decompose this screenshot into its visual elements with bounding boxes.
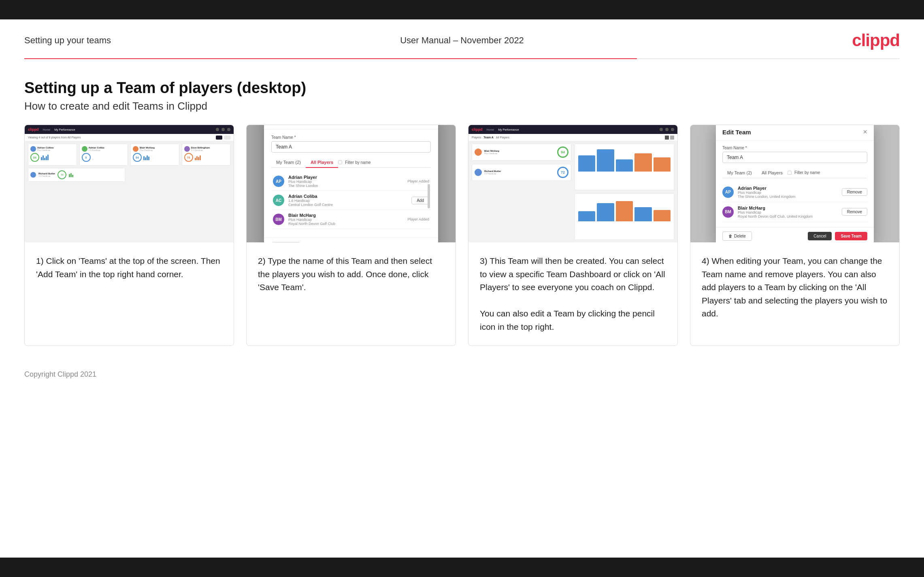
tab-my-team[interactable]: My Team (2) <box>271 157 306 168</box>
edit-footer-right: Cancel Save Team <box>808 232 867 240</box>
player-score-4: 78 <box>184 153 193 162</box>
edit-player-name-2: Blair McHarg <box>738 206 842 210</box>
modal-footer: Cancel Save Team <box>264 238 438 242</box>
edit-player-info-1: Adrian Player Plus HandicapThe Shine Lon… <box>738 186 842 199</box>
edit-team-name-label: Team Name * <box>722 146 867 150</box>
filter-checkbox[interactable] <box>338 160 342 164</box>
player-card-3: Blair McHarg Plus Handicap 94 <box>130 144 179 165</box>
header-left-text: Setting up your teams <box>24 35 111 46</box>
page-title-section: Setting up a Team of players (desktop) H… <box>0 59 924 125</box>
bar <box>46 156 47 160</box>
edit-player-club-1: Plus HandicapThe Shine London, United Ki… <box>738 191 842 199</box>
filter-by-name[interactable]: Filter by name <box>338 157 370 167</box>
bar <box>195 158 196 160</box>
bar <box>196 156 198 160</box>
edit-filter-checkbox[interactable] <box>788 171 792 175</box>
nav-dot-2 <box>221 128 225 131</box>
header-center-text: User Manual – November 2022 <box>400 35 524 46</box>
cancel-button[interactable]: Cancel <box>271 242 300 242</box>
edit-avatar-1: AP <box>722 187 734 198</box>
bar <box>148 157 149 160</box>
bar <box>143 156 145 160</box>
dash-body-1: Adrian Collins Plus Handicap 84 <box>25 141 234 242</box>
dash-teams-3: My Performance <box>498 128 519 131</box>
trash-icon: 🗑 <box>728 234 732 238</box>
subbar-text-3: Players <box>472 136 481 139</box>
add-team-modal: Add New Team × Team Name * My Team (2) A… <box>264 125 438 242</box>
add-team-btn <box>216 136 222 140</box>
nav-dot-3 <box>227 128 230 131</box>
player-score-2: 0 <box>82 153 91 162</box>
dash-mockup-1: clippd Home My Performance Viewing 4 out… <box>25 125 234 242</box>
cards-row: clippd Home My Performance Viewing 4 out… <box>0 125 924 362</box>
chart-bar <box>634 207 651 221</box>
edit-tab-my-team[interactable]: My Team (2) <box>722 168 757 178</box>
tab-all-players[interactable]: All Players <box>306 157 338 168</box>
player-row-1: AP Adrian Player Plus HandicapThe Shine … <box>271 172 431 191</box>
player-club-3: Plus Handicap <box>140 149 155 151</box>
team-player-2: Richard Butler 2.0 Handicap 72 <box>472 164 571 181</box>
logo-text: clipp <box>852 31 890 50</box>
player-row-3: BM Blair McHarg Plus HandicapRoyal North… <box>271 210 431 229</box>
bar <box>92 159 94 160</box>
player-club-ap3: Plus HandicapRoyal North Devon Golf Club <box>288 218 407 226</box>
screenshot-1: clippd Home My Performance Viewing 4 out… <box>25 125 234 242</box>
chart-bar <box>634 153 651 172</box>
team-dash-body: Blair McHarg Plus Handicap 94 Richard Bu… <box>468 141 677 242</box>
player-avatar-ap2: AC <box>273 195 284 206</box>
dash-topbar-1: clippd Home My Performance <box>25 125 234 134</box>
nav-dot-4 <box>660 128 663 131</box>
player-info-ap3: Blair McHarg Plus HandicapRoyal North De… <box>288 213 407 226</box>
all-players-link: All Players <box>496 136 509 139</box>
chart-bar <box>597 149 614 172</box>
subbar-actions <box>216 136 230 140</box>
card-4-text: 4) When editing your Team, you can chang… <box>690 242 899 346</box>
delete-label: Delete <box>734 234 746 238</box>
player-score-3: 94 <box>133 153 142 162</box>
bar-row-1 <box>578 147 671 172</box>
card-3: clippd Home My Performance Players Team … <box>468 125 678 346</box>
dash-nav-right-3 <box>660 128 674 131</box>
bar <box>41 157 42 160</box>
chart-bar <box>597 203 614 221</box>
chart-bar <box>654 157 671 172</box>
remove-player-btn-2[interactable]: Remove <box>842 208 867 216</box>
edit-filter-label: Filter by name <box>794 170 820 175</box>
players-grid: Adrian Collins Plus Handicap 84 <box>28 144 230 165</box>
add-player-btn-2[interactable]: Add <box>411 197 429 204</box>
bottom-avatar-1 <box>30 172 36 178</box>
clippd-logo: clippd <box>852 31 900 50</box>
edit-filter-by-name[interactable]: Filter by name <box>788 168 820 178</box>
dash-topbar-3: clippd Home My Performance <box>468 125 677 134</box>
team-name-input[interactable] <box>271 141 431 153</box>
dash-logo-1: clippd <box>28 127 39 132</box>
player-name-ap3: Blair McHarg <box>288 213 407 218</box>
player-avatar-3 <box>133 146 138 152</box>
remove-player-btn-1[interactable]: Remove <box>842 188 867 196</box>
team-name-subbar: Team A <box>483 136 494 139</box>
player-avatar-1 <box>30 146 36 152</box>
edit-save-team-button[interactable]: Save Team <box>835 232 867 240</box>
edit-cancel-button[interactable]: Cancel <box>808 232 832 240</box>
dash-mockup-3: clippd Home My Performance Players Team … <box>468 125 677 242</box>
edit-player-info-2: Blair McHarg Plus HandicapRoyal North De… <box>738 206 842 218</box>
edit-player-row-2: BM Blair McHarg Plus HandicapRoyal North… <box>722 202 867 222</box>
player-club-2: 1.6 Handicap <box>89 149 104 151</box>
player-club-4: 5.9 Handicap <box>191 149 210 151</box>
tp-avatar-1 <box>475 148 482 156</box>
tp-score-2: 72 <box>557 167 568 178</box>
edit-team-name-input[interactable] <box>722 152 867 163</box>
edit-tab-all-players[interactable]: All Players <box>757 168 788 178</box>
bottom-card-1: Richard Butler 2.0 Handicap 72 <box>28 168 125 182</box>
modal-tabs: My Team (2) All Players Filter by name <box>271 157 431 168</box>
edit-modal-header: Edit Team × <box>716 125 874 141</box>
card-4: Edit Team × Team Name * My Team (2) All … <box>690 125 900 346</box>
dash-logo-3: clippd <box>472 127 483 132</box>
edit-modal-close-icon[interactable]: × <box>863 128 867 136</box>
player-name-ap2: Adrian Coliba <box>288 194 411 199</box>
modal-body: Team Name * My Team (2) All Players Filt… <box>264 129 438 238</box>
delete-team-button[interactable]: 🗑 Delete <box>722 231 752 241</box>
player-card-1: Adrian Collins Plus Handicap 84 <box>28 144 77 165</box>
nav-dot-1 <box>216 128 219 131</box>
screenshot-4: Edit Team × Team Name * My Team (2) All … <box>690 125 899 242</box>
